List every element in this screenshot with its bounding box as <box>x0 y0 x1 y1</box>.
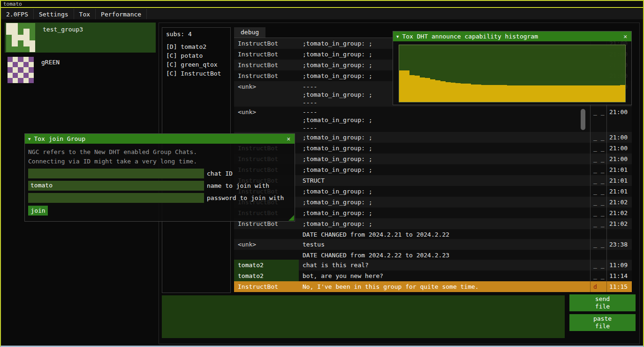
join-button[interactable]: join <box>28 206 48 216</box>
message-text: ;tomato_in_group: ; <box>299 154 590 164</box>
message-status: d <box>590 281 606 292</box>
join-field-row: tomatoname to join with <box>28 181 291 191</box>
cell-time <box>606 250 632 260</box>
chat-row: <unk>testus_ _23:38 <box>234 239 632 250</box>
histogram-window-title: Tox DHT announce capability histogram <box>402 33 619 40</box>
sender-name: tomato2 <box>234 260 299 270</box>
chat-row: tomato2chat is this real?_ _11:09 <box>234 260 632 270</box>
histogram-bar <box>589 85 594 102</box>
message-time: 21:00 <box>606 132 632 143</box>
close-icon[interactable]: ✕ <box>286 135 291 142</box>
histogram-bar <box>615 85 620 102</box>
group-name: gREEN <box>41 55 60 85</box>
sender-name: InstructBot <box>234 38 299 49</box>
message-time: 21:00 <box>606 154 632 164</box>
histogram-bar <box>461 84 466 102</box>
member-item-tomato2[interactable]: [D] tomato2 <box>162 42 230 51</box>
join-field-row: chat ID <box>28 169 291 178</box>
member-item-green_qtox[interactable]: [C] green_qtox <box>162 60 230 69</box>
histogram-bar <box>599 85 605 102</box>
message-status: _ _ <box>590 175 606 186</box>
close-icon[interactable]: ✕ <box>622 33 628 40</box>
sender-name: <unk> <box>234 107 299 132</box>
histogram-bar <box>553 85 559 102</box>
message-time: 11:15 <box>606 281 632 292</box>
subs-list: [D] tomato2[C] potato[C] green_qtox[C] I… <box>162 39 230 78</box>
date-changed-text: DATE CHANGED from 2024.2.22 to 2024.2.23 <box>299 250 590 260</box>
message-status: _ _ <box>590 154 606 164</box>
histogram-window-titlebar[interactable]: ▼ Tox DHT announce capability histogram … <box>393 31 631 41</box>
histogram-bar <box>538 85 543 102</box>
message-status: _ _ <box>590 186 606 197</box>
dht-histogram-window: ▼ Tox DHT announce capability histogram … <box>393 31 632 105</box>
window-title: tomato <box>3 1 22 7</box>
message-status: _ _ <box>590 218 606 229</box>
histogram-plot <box>399 45 626 102</box>
histogram-bar <box>455 83 461 102</box>
message-time: 21:01 <box>606 164 632 175</box>
chat-scrollbar[interactable] <box>581 109 585 130</box>
menu-item-tox[interactable]: Tox <box>74 9 96 19</box>
histogram-bar <box>533 85 538 102</box>
message-text: ;tomato_in_group: ; <box>299 197 590 208</box>
histogram-bar <box>620 85 625 102</box>
chat-ID-input[interactable] <box>28 169 204 178</box>
sender-name: InstructBot <box>234 49 299 60</box>
message-status: _ _ <box>590 208 606 218</box>
histogram-bar <box>568 85 574 102</box>
message-status: _ _ <box>590 260 606 270</box>
histogram-bar <box>492 85 497 102</box>
join-info-line-2: Connecting via ID might take a very long… <box>28 157 291 166</box>
cell-status <box>590 250 606 260</box>
join-window-body: NGC refers to the New DHT enabled Group … <box>25 144 295 216</box>
histogram-bar <box>425 78 430 102</box>
menu-item-performance[interactable]: Performance <box>96 9 147 19</box>
message-text: No, I've been in this group for quite so… <box>299 281 590 292</box>
message-time: 21:01 <box>606 175 632 186</box>
histogram-bar <box>476 85 481 102</box>
join-group-window: ▼ Tox join Group ✕ NGC refers to the New… <box>24 133 295 222</box>
histogram-bar <box>415 76 420 102</box>
histogram-bar <box>446 82 451 102</box>
histogram-bar <box>471 85 476 102</box>
join-window-titlebar[interactable]: ▼ Tox join Group ✕ <box>25 134 295 144</box>
paste-file-button[interactable]: paste file <box>569 314 636 331</box>
group-list: test_group3gREEN <box>5 23 156 88</box>
send-file-button[interactable]: send file <box>569 294 636 311</box>
fps-counter: 2.0FPS <box>1 9 34 19</box>
collapse-arrow-icon[interactable]: ▼ <box>396 34 399 39</box>
member-item-InstructBot[interactable]: [C] InstructBot <box>162 69 230 78</box>
message-time: 11:14 <box>606 270 632 281</box>
message-input[interactable] <box>162 295 565 338</box>
app-window: tomato 2.0FPSSettingsToxPerformance test… <box>0 0 644 347</box>
message-text: ;tomato_in_group: ; <box>299 186 590 197</box>
collapse-arrow-icon[interactable]: ▼ <box>28 137 30 141</box>
message-text: STRUCT <box>299 175 590 186</box>
histogram-bar <box>451 83 456 102</box>
message-time: 21:02 <box>606 218 632 229</box>
cell-time <box>606 229 632 239</box>
histogram-bar <box>543 85 548 102</box>
message-time: 21:02 <box>606 197 632 208</box>
member-item-potato[interactable]: [C] potato <box>162 51 230 60</box>
group-avatar-test_group3 <box>6 23 35 52</box>
message-status: _ _ <box>590 107 606 132</box>
histogram-bar <box>594 85 599 102</box>
message-status: _ _ <box>590 132 606 143</box>
name-to-join-with-input[interactable]: tomato <box>28 181 204 191</box>
menu-item-settings[interactable]: Settings <box>34 9 74 19</box>
password-to-join-with-input[interactable] <box>28 193 204 203</box>
join-info-line-1: NGC refers to the New DHT enabled Group … <box>28 147 291 157</box>
resize-grip-icon[interactable] <box>288 215 294 221</box>
group-item-test_group3[interactable]: test_group3 <box>5 23 156 53</box>
message-text: ;tomato_in_group: ; <box>299 218 590 229</box>
histogram-bar <box>584 85 589 102</box>
sender-name: <unk> <box>234 81 299 107</box>
title-bar[interactable]: tomato <box>1 1 643 8</box>
message-time: 21:02 <box>606 208 632 218</box>
histogram-bar <box>559 85 564 102</box>
histogram-bar <box>574 85 579 102</box>
group-item-gREEN[interactable]: gREEN <box>5 55 156 85</box>
tab-debug[interactable]: debug <box>234 27 265 38</box>
message-text: bot, are you new here? <box>299 270 590 281</box>
